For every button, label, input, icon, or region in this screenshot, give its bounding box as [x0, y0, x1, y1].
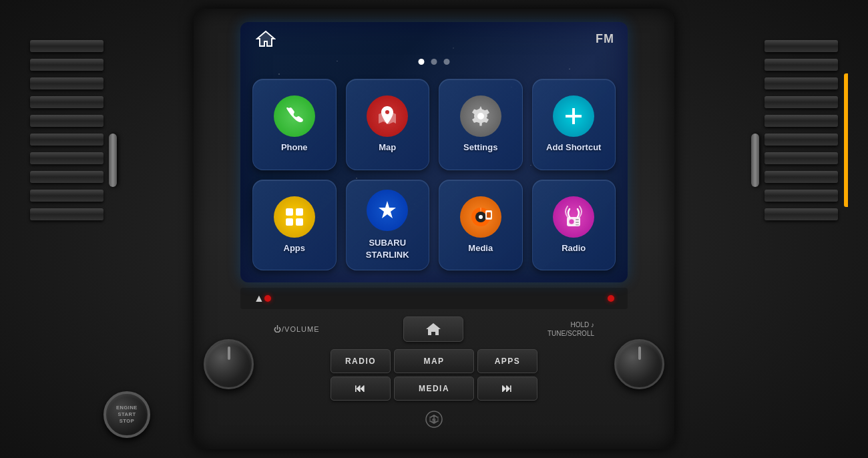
engine-btn-label3: STOP [120, 418, 134, 425]
next-button[interactable]: ⏭ [477, 377, 537, 401]
vent-slat [765, 152, 838, 164]
vent-slat [30, 40, 103, 52]
volume-label: ⏻/VOLUME [274, 325, 320, 333]
car-surround: ENGINE START STOP FM [0, 0, 868, 458]
phone-label: Phone [281, 142, 308, 153]
vent-slat [765, 96, 838, 108]
svg-rect-3 [286, 218, 293, 226]
radio-label: Radio [562, 243, 586, 254]
volume-knob[interactable] [204, 339, 254, 389]
vent-slat [765, 115, 838, 127]
radio-icon [553, 196, 594, 238]
app-grid: Phone Map [240, 72, 628, 282]
media-tile[interactable]: Media [439, 180, 523, 271]
svg-rect-12 [487, 212, 491, 218]
vent-slat [30, 171, 103, 183]
tune-knob[interactable] [614, 339, 664, 389]
map-tile[interactable]: Map [346, 79, 430, 170]
map-button[interactable]: MAP [394, 349, 474, 373]
vent-slat [30, 59, 103, 71]
apps-label: Apps [284, 243, 306, 254]
indicator-dot-right [608, 295, 614, 302]
home-physical-button[interactable] [403, 316, 463, 342]
vent-slat [30, 77, 103, 89]
center-console: FM Phone [194, 9, 674, 449]
nfc-icon: N [424, 409, 444, 429]
page-dot-3[interactable] [444, 59, 450, 65]
svg-marker-5 [379, 201, 396, 218]
vent-slat [765, 208, 838, 220]
vent-handle-left[interactable] [109, 134, 117, 187]
svg-point-8 [479, 215, 483, 219]
apps-tile[interactable]: Apps [252, 180, 337, 271]
map-icon [367, 95, 408, 137]
svg-rect-4 [296, 218, 303, 226]
settings-icon [460, 95, 501, 137]
engine-btn-label2: START [118, 411, 136, 418]
indicator-dot-left [264, 295, 271, 302]
media-icon [460, 196, 501, 238]
bottom-button-row: ⏮ MEDIA ⏭ [240, 377, 628, 401]
vent-right [754, 33, 848, 287]
vent-handle-right[interactable] [751, 134, 759, 187]
vent-slat [30, 134, 103, 146]
media-label: Media [468, 243, 493, 254]
phone-icon [274, 95, 315, 137]
vent-slat [30, 152, 103, 164]
svg-rect-17 [576, 224, 579, 226]
home-button[interactable] [254, 27, 278, 51]
apps-button[interactable]: APPS [477, 349, 537, 373]
vent-slat [30, 96, 103, 108]
home-button-row: ⏻/VOLUME HOLD ♪TUNE/SCROLL [240, 313, 628, 345]
vent-slat [765, 77, 838, 89]
vent-slat [765, 59, 838, 71]
settings-tile[interactable]: Settings [439, 79, 523, 170]
starlink-label1: SUBARU [369, 238, 406, 248]
add-shortcut-label: Add Shortcut [546, 142, 601, 153]
vent-slat [765, 40, 838, 52]
starlink-tile[interactable]: SUBARU STARLINK [346, 180, 430, 271]
vent-slat [30, 115, 103, 127]
map-label: Map [379, 142, 396, 153]
eject-bar: ▲ [240, 288, 628, 309]
vent-slat [765, 190, 838, 202]
page-dots [419, 59, 450, 65]
settings-label: Settings [463, 142, 497, 153]
controls-area: ▲ ⏻/VOLUME HOLD ♪TUNE/SCROLL RADIO [214, 288, 654, 433]
tune-scroll-label: HOLD ♪TUNE/SCROLL [548, 320, 594, 338]
radio-button[interactable]: RADIO [331, 349, 391, 373]
nfc-area: N [240, 406, 628, 433]
infotainment-screen: FM Phone [240, 22, 628, 282]
eject-button[interactable]: ▲ [254, 292, 264, 304]
add-shortcut-icon [553, 95, 594, 137]
vent-slat [30, 190, 103, 202]
prev-button[interactable]: ⏮ [331, 377, 391, 401]
screen-header: FM [240, 22, 628, 55]
engine-btn-label: ENGINE [116, 405, 138, 411]
radio-tile[interactable]: Radio [532, 180, 616, 271]
svg-rect-2 [296, 208, 303, 216]
svg-rect-16 [576, 222, 579, 223]
vent-slat [30, 208, 103, 220]
svg-text:N: N [432, 417, 436, 423]
page-dot-2[interactable] [431, 59, 437, 65]
starlink-label2: STARLINK [366, 250, 409, 260]
phone-tile[interactable]: Phone [252, 79, 337, 170]
svg-rect-15 [576, 219, 579, 220]
media-button[interactable]: MEDIA [394, 377, 474, 401]
apps-icon [274, 196, 315, 238]
add-shortcut-tile[interactable]: Add Shortcut [532, 79, 616, 170]
engine-start-stop-button[interactable]: ENGINE START STOP [103, 391, 150, 438]
svg-rect-1 [286, 208, 293, 216]
button-rows: RADIO MAP APPS ⏮ MEDIA ⏭ [240, 349, 628, 401]
fm-label: FM [596, 32, 614, 46]
yellow-accent-stripe [844, 73, 848, 207]
page-dot-1[interactable] [419, 59, 425, 65]
svg-point-14 [569, 219, 574, 224]
vent-slat [765, 134, 838, 146]
vent-left [20, 33, 114, 287]
vent-slat [765, 171, 838, 183]
starlink-icon [367, 190, 408, 231]
top-button-row: RADIO MAP APPS [240, 349, 628, 373]
